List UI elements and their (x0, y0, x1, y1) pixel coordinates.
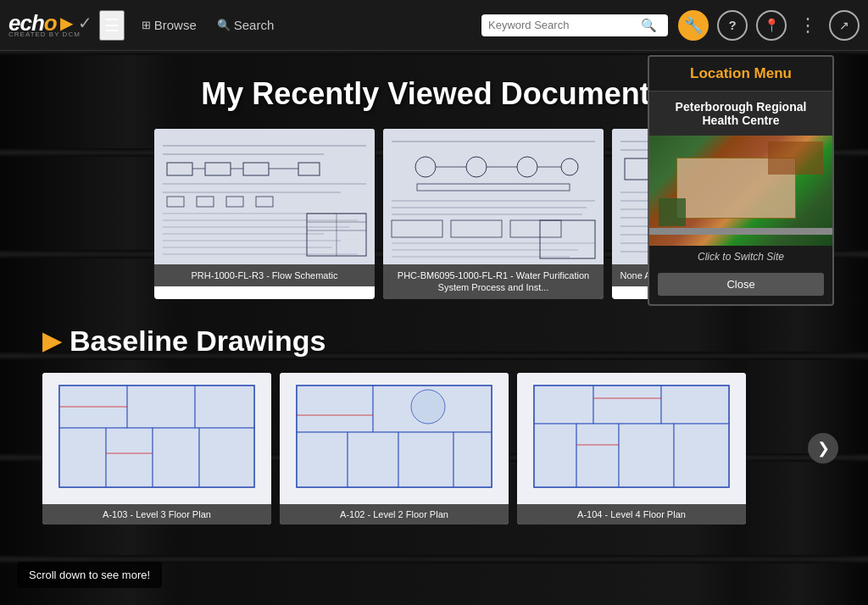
drawing-label-1: A-103 - Level 3 Floor Plan (42, 504, 271, 525)
location-close-button[interactable]: Close (658, 273, 824, 296)
scroll-right-button[interactable]: ❯ (808, 433, 838, 463)
aerial-road (649, 228, 832, 235)
svg-rect-64 (127, 386, 195, 428)
svg-rect-86 (661, 386, 729, 424)
wrench-icon: 🔧 (684, 16, 703, 35)
svg-rect-90 (674, 424, 729, 487)
location-button[interactable]: 📍 (756, 10, 787, 41)
doc-thumbnail-1 (154, 129, 375, 264)
nav-browse[interactable]: ⊞ Browse (133, 14, 205, 36)
header: echo ▶ ✓ CREATED BY DCM ☰ ⊞ Browse 🔍 Sea… (0, 0, 868, 51)
share-icon: ↗ (839, 19, 849, 32)
svg-rect-80 (453, 432, 492, 487)
location-menu-image[interactable] (649, 136, 832, 246)
svg-rect-77 (297, 432, 348, 487)
logo-area: echo ▶ ✓ CREATED BY DCM (8, 12, 92, 38)
more-options-button[interactable]: ⋮ (795, 14, 821, 36)
doc-label-1: PRH-1000-FL-R3 - Flow Schematic (154, 264, 375, 286)
search-bar-area: 🔍 (481, 14, 668, 36)
aerial-photo (649, 136, 832, 246)
wrench-button[interactable]: 🔧 (678, 10, 709, 41)
chevron-right-icon: ❯ (817, 439, 830, 458)
drawings-grid: A-103 - Level 3 Floor Plan (42, 373, 826, 525)
aerial-detail-2 (659, 198, 686, 226)
nav-search[interactable]: 🔍 Search (209, 14, 283, 36)
doc-thumbnail-2 (383, 129, 604, 264)
doc-card-2[interactable]: PHC-BM6095-1000-FL-R1 - Water Purificati… (383, 129, 604, 299)
hamburger-button[interactable]: ☰ (99, 10, 125, 41)
nav-items: ⊞ Browse 🔍 Search (133, 14, 283, 36)
svg-rect-78 (348, 432, 398, 487)
baseline-drawings-section: ▶ Baseline Drawings (42, 325, 826, 525)
svg-rect-69 (199, 428, 254, 487)
svg-rect-67 (106, 428, 153, 487)
search-icon: 🔍 (217, 19, 231, 31)
svg-rect-68 (153, 428, 199, 487)
svg-rect-88 (576, 424, 619, 487)
location-pin-icon: 📍 (764, 18, 780, 33)
browse-icon: ⊞ (142, 19, 151, 31)
svg-rect-74 (297, 386, 373, 432)
search-submit-icon[interactable]: 🔍 (641, 18, 657, 33)
location-switch-text[interactable]: Click to Switch Site (649, 246, 832, 268)
svg-rect-79 (398, 432, 453, 487)
drawing-card-3[interactable]: A-104 - Level 4 Floor Plan (517, 373, 746, 525)
drawing-label-3: A-104 - Level 4 Floor Plan (517, 504, 746, 525)
doc-card-1[interactable]: PRH-1000-FL-R3 - Flow Schematic (154, 129, 375, 299)
svg-rect-87 (534, 424, 576, 487)
aerial-detail-1 (768, 142, 823, 175)
svg-rect-89 (619, 424, 674, 487)
svg-rect-65 (195, 386, 254, 428)
drawing-thumbnail-2 (280, 373, 509, 504)
drawing-thumbnail-1 (42, 373, 271, 504)
drawing-card-1[interactable]: A-103 - Level 3 Floor Plan (42, 373, 271, 525)
help-icon: ? (728, 18, 736, 32)
drawing-thumbnail-3 (517, 373, 746, 504)
doc-label-2: PHC-BM6095-1000-FL-R1 - Water Purificati… (383, 264, 604, 299)
svg-rect-84 (534, 386, 593, 424)
baseline-arrow-icon: ▶ (42, 327, 61, 355)
location-menu-site-name: Peterborough Regional Health Centre (649, 92, 832, 136)
svg-rect-27 (383, 129, 604, 264)
help-button[interactable]: ? (717, 10, 748, 41)
svg-point-76 (411, 390, 445, 424)
share-button[interactable]: ↗ (829, 10, 860, 41)
drawing-card-2[interactable]: A-102 - Level 2 Floor Plan (280, 373, 509, 525)
drawing-label-2: A-102 - Level 2 Floor Plan (280, 504, 509, 525)
svg-rect-66 (59, 428, 106, 487)
logo-subtitle: CREATED BY DCM (8, 31, 81, 38)
keyword-search-container: 🔍 (481, 14, 668, 36)
baseline-drawings-title: ▶ Baseline Drawings (42, 325, 826, 358)
keyword-search-input[interactable] (488, 19, 641, 31)
scroll-hint: Scroll down to see more! (17, 562, 162, 588)
header-icons: 🔧 ? 📍 ⋮ ↗ (678, 10, 860, 41)
location-menu-popup: Location Menu Peterborough Regional Heal… (648, 55, 834, 306)
location-menu-title: Location Menu (649, 57, 832, 92)
svg-rect-85 (593, 386, 661, 424)
